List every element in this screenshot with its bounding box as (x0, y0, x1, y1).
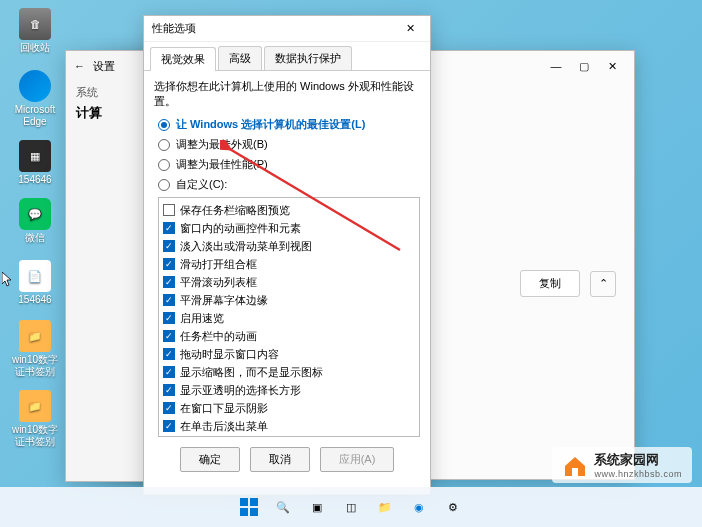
checkbox-icon: ✓ (163, 276, 175, 288)
widgets-icon: ◫ (346, 501, 356, 514)
checkbox-icon: ✓ (163, 348, 175, 360)
radio-label: 让 Windows 选择计算机的最佳设置(L) (176, 117, 365, 132)
task-view-icon: ▣ (312, 501, 322, 514)
effect-row-7[interactable]: ✓任务栏中的动画 (163, 327, 415, 345)
effect-label: 窗口内的动画控件和元素 (180, 221, 301, 236)
checkbox-icon: ✓ (163, 366, 175, 378)
checkbox-icon: ✓ (163, 222, 175, 234)
start-button[interactable] (235, 493, 263, 521)
desktop-icon-file-2[interactable]: 📄154646 (10, 260, 60, 306)
radio-icon (158, 179, 170, 191)
desktop-icon-folder-2[interactable]: 📁win10数字证书签别 (10, 390, 60, 448)
effect-row-0[interactable]: 保存任务栏缩略图预览 (163, 201, 415, 219)
perf-tabs: 视觉效果 高级 数据执行保护 (144, 42, 430, 71)
tab-visual-effects[interactable]: 视觉效果 (150, 47, 216, 71)
copy-button[interactable]: 复制 (520, 270, 580, 297)
effect-label: 在窗口下显示阴影 (180, 401, 268, 416)
desktop-icon-wechat[interactable]: 💬微信 (10, 198, 60, 244)
effect-row-12[interactable]: ✓在单击后淡出菜单 (163, 417, 415, 435)
desktop-icon-folder-1[interactable]: 📁win10数字证书签别 (10, 320, 60, 378)
perf-titlebar[interactable]: 性能选项 ✕ (144, 16, 430, 42)
folder-icon: 📁 (378, 501, 392, 514)
folder-icon: 📁 (19, 390, 51, 422)
effect-label: 任务栏中的动画 (180, 329, 257, 344)
desktop-icon-recycle-bin[interactable]: 🗑回收站 (10, 8, 60, 54)
radio-option-3[interactable]: 自定义(C): (158, 177, 420, 192)
radio-option-1[interactable]: 调整为最佳外观(B) (158, 137, 420, 152)
explorer-taskbar[interactable]: 📁 (371, 493, 399, 521)
file-icon: 📄 (19, 260, 51, 292)
effect-row-2[interactable]: ✓淡入淡出或滑动菜单到视图 (163, 237, 415, 255)
widgets[interactable]: ◫ (337, 493, 365, 521)
radio-icon (158, 139, 170, 151)
svg-rect-5 (250, 508, 258, 516)
effect-label: 保存任务栏缩略图预览 (180, 203, 290, 218)
svg-rect-2 (240, 498, 248, 506)
minimize-button[interactable]: — (542, 56, 570, 76)
close-button[interactable]: ✕ (398, 22, 422, 35)
search-taskbar[interactable]: 🔍 (269, 493, 297, 521)
checkbox-icon: ✓ (163, 402, 175, 414)
checkbox-icon: ✓ (163, 330, 175, 342)
perf-title-text: 性能选项 (152, 21, 196, 36)
tab-advanced[interactable]: 高级 (218, 46, 262, 70)
ok-button[interactable]: 确定 (180, 447, 240, 472)
effect-row-8[interactable]: ✓拖动时显示窗口内容 (163, 345, 415, 363)
settings-taskbar[interactable]: ⚙ (439, 493, 467, 521)
checkbox-icon: ✓ (163, 384, 175, 396)
effect-label: 淡入淡出或滑动菜单到视图 (180, 239, 312, 254)
search-icon: 🔍 (276, 501, 290, 514)
svg-rect-6 (572, 468, 578, 476)
checkbox-icon: ✓ (163, 294, 175, 306)
apply-button[interactable]: 应用(A) (320, 447, 395, 472)
wechat-icon: 💬 (19, 198, 51, 230)
cancel-button[interactable]: 取消 (250, 447, 310, 472)
radio-option-0[interactable]: 让 Windows 选择计算机的最佳设置(L) (158, 117, 420, 132)
recycle-bin-icon: 🗑 (19, 8, 51, 40)
task-view[interactable]: ▣ (303, 493, 331, 521)
checkbox-icon: ✓ (163, 258, 175, 270)
visual-effects-list[interactable]: 保存任务栏缩略图预览✓窗口内的动画控件和元素✓淡入淡出或滑动菜单到视图✓滑动打开… (158, 197, 420, 437)
effect-row-11[interactable]: ✓在窗口下显示阴影 (163, 399, 415, 417)
effect-label: 平滑滚动列表框 (180, 275, 257, 290)
effect-row-6[interactable]: ✓启用速览 (163, 309, 415, 327)
perf-description: 选择你想在此计算机上使用的 Windows 外观和性能设置。 (154, 79, 420, 109)
checkbox-icon (163, 204, 175, 216)
desktop-icon-edge[interactable]: Microsoft Edge (10, 70, 60, 128)
radio-label: 调整为最佳外观(B) (176, 137, 268, 152)
svg-rect-4 (240, 508, 248, 516)
windows-icon (240, 498, 258, 516)
tab-dep[interactable]: 数据执行保护 (264, 46, 352, 70)
effect-label: 显示缩略图，而不是显示图标 (180, 365, 323, 380)
effect-label: 启用速览 (180, 311, 224, 326)
taskbar[interactable]: 🔍 ▣ ◫ 📁 ◉ ⚙ (0, 487, 702, 527)
edge-icon: ◉ (414, 501, 424, 514)
checkbox-icon: ✓ (163, 312, 175, 324)
checkbox-icon: ✓ (163, 420, 175, 432)
maximize-button[interactable]: ▢ (570, 56, 598, 76)
effect-row-9[interactable]: ✓显示缩略图，而不是显示图标 (163, 363, 415, 381)
back-button[interactable]: ← (74, 60, 85, 72)
radio-icon (158, 159, 170, 171)
desktop-icon-file-1[interactable]: ▦154646 (10, 140, 60, 186)
settings-title-text: 设置 (93, 59, 115, 74)
effect-row-5[interactable]: ✓平滑屏幕字体边缘 (163, 291, 415, 309)
svg-rect-3 (250, 498, 258, 506)
effect-label: 滑动打开组合框 (180, 257, 257, 272)
effect-row-3[interactable]: ✓滑动打开组合框 (163, 255, 415, 273)
radio-option-2[interactable]: 调整为最佳性能(P) (158, 157, 420, 172)
radio-label: 调整为最佳性能(P) (176, 157, 268, 172)
radio-icon (158, 119, 170, 131)
house-icon (562, 452, 588, 478)
close-button[interactable]: ✕ (598, 56, 626, 76)
effect-row-10[interactable]: ✓显示亚透明的选择长方形 (163, 381, 415, 399)
expand-toggle[interactable]: ⌃ (590, 271, 616, 297)
gear-icon: ⚙ (448, 501, 458, 514)
edge-taskbar[interactable]: ◉ (405, 493, 433, 521)
watermark-url: www.hnzkhbsb.com (594, 469, 682, 479)
effect-label: 拖动时显示窗口内容 (180, 347, 279, 362)
checkbox-icon: ✓ (163, 240, 175, 252)
effect-label: 显示亚透明的选择长方形 (180, 383, 301, 398)
effect-row-1[interactable]: ✓窗口内的动画控件和元素 (163, 219, 415, 237)
effect-row-4[interactable]: ✓平滑滚动列表框 (163, 273, 415, 291)
